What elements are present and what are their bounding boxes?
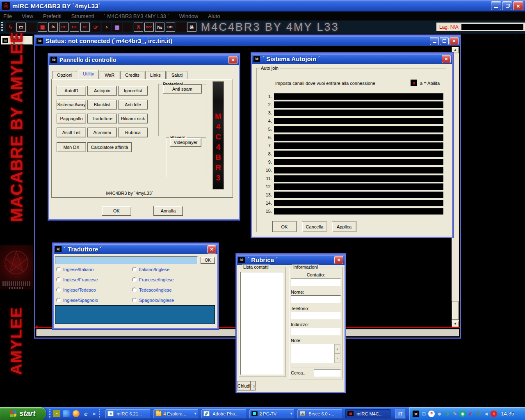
panel-feature-button[interactable]: Rikiami nick (118, 114, 148, 123)
taskbar-task-button[interactable]: Adobe Pho... (201, 409, 247, 419)
channel-input[interactable] (274, 134, 443, 141)
language-indicator[interactable]: IT (395, 409, 406, 419)
script-icon[interactable]: § (134, 23, 143, 32)
messenger-icon[interactable] (63, 410, 70, 417)
autojoin-ok-button[interactable]: OK (272, 221, 297, 232)
panel-feature-button[interactable]: Acronimi (87, 128, 117, 137)
remote-editor-icon[interactable]: CE (59, 23, 68, 32)
status-minimize-button[interactable] (430, 37, 439, 45)
status-titlebar[interactable]: ☠ Status: not connected (`m4c4br3_, irc.… (35, 36, 460, 46)
panel-feature-button[interactable]: Traduttore (87, 114, 117, 123)
users-editor-icon[interactable]: CE (70, 23, 79, 32)
taskbar-grip[interactable] (99, 409, 100, 418)
panel-feature-button[interactable]: AutoID (57, 86, 86, 96)
channel-input[interactable] (274, 192, 443, 198)
taskbar-task-button[interactable]: Bryce 6.0 -... (297, 409, 343, 419)
panel-cancel-button[interactable]: Annulla (153, 206, 183, 216)
status-close-button[interactable]: × (450, 37, 459, 45)
update-blocked-icon[interactable]: ✗ (467, 411, 474, 417)
rubrica-close-button[interactable]: × (334, 256, 343, 264)
status-maximize-button[interactable] (440, 37, 449, 45)
channels-folder-icon[interactable]: ▭ (16, 23, 26, 32)
connect-icon[interactable]: ϟ (6, 23, 15, 32)
menu-item[interactable]: Preferiti (43, 13, 62, 19)
scroll-down-icon[interactable]: ▼ (452, 321, 459, 327)
panel-feature-button[interactable]: AscII List (57, 128, 86, 137)
language-pair-option[interactable]: Inglese/Italiano (56, 264, 98, 274)
language-pair-option[interactable]: Italiano/Inglese (132, 264, 174, 274)
affinity-calculator-button[interactable]: Calcolatore affinità (87, 142, 132, 152)
tab[interactable]: Utility (78, 70, 99, 79)
msn-dx-button[interactable]: Msn DX (57, 142, 86, 152)
translator-close-button[interactable]: × (207, 245, 216, 253)
autojoin-apply-button[interactable]: Applica (332, 221, 356, 232)
blank-icon-2[interactable] (123, 23, 132, 32)
network-status-icon[interactable]: ⊞ (420, 411, 427, 417)
blank-icon-1[interactable] (27, 23, 37, 32)
tab[interactable]: WaR (100, 71, 119, 79)
variables-editor-icon[interactable]: CE (80, 23, 90, 32)
channel-input[interactable] (274, 118, 443, 124)
address-field[interactable] (291, 328, 341, 336)
panel-feature-button[interactable]: Rubrica (118, 128, 148, 137)
autojoin-close-button[interactable]: × (442, 55, 451, 63)
notes-tool-icon[interactable]: ✎ (452, 411, 458, 417)
autojoin-cancel-button[interactable]: Cancella (302, 221, 327, 232)
scroll-down-icon[interactable]: ▼ (334, 354, 340, 363)
channel-input[interactable] (274, 93, 443, 100)
blank-icon-3[interactable] (176, 23, 186, 32)
panel-feature-button[interactable]: Blacklist (87, 100, 117, 110)
autojoin-titlebar[interactable]: ☠ ´ Sistema Autojoin ´ × (252, 54, 452, 64)
channel-input[interactable] (274, 101, 443, 108)
menu-item[interactable]: View (22, 13, 33, 19)
volume-icon[interactable]: ◄ (483, 411, 489, 417)
translator-input[interactable] (55, 256, 198, 264)
close-button[interactable]: × (513, 1, 523, 10)
channel-input[interactable] (274, 110, 443, 116)
taskbar-task-button[interactable]: 2 PC-TV ▼ (249, 409, 295, 419)
language-pair-option[interactable]: Inglese/Tedesco (56, 285, 98, 295)
firefox-icon[interactable] (73, 410, 80, 417)
menu-item[interactable]: File (3, 13, 12, 19)
taskbar-grip[interactable] (49, 409, 50, 418)
language-pair-option[interactable]: Inglese/Spagnolo (56, 295, 98, 305)
panel-feature-button[interactable]: Anti Idle (118, 100, 148, 110)
tab[interactable]: Saluti (167, 71, 188, 79)
channel-input[interactable] (274, 183, 443, 190)
player-button[interactable]: Videoplayer (170, 138, 201, 147)
panel-ok-button[interactable]: OK (102, 206, 131, 216)
clock-launcher-icon[interactable]: ◔ (53, 410, 60, 417)
url-list-icon[interactable]: URL (166, 23, 175, 32)
contact-field[interactable] (291, 278, 341, 286)
globe-icon[interactable]: ⊕ (444, 411, 450, 417)
scroll-up-icon[interactable]: ▲ (334, 344, 340, 354)
translator-titlebar[interactable]: ☠ ´ Traduttore ´ × (54, 244, 217, 254)
channel-input[interactable] (274, 200, 443, 206)
switchbar-status-button[interactable]: ☠ Status `m... (1, 36, 33, 45)
panel-feature-button[interactable]: Sistema Away (57, 100, 86, 110)
internet-explorer-icon[interactable]: e (82, 410, 89, 417)
taskbar-task-button[interactable]: ☠ mIRC M4C... (345, 409, 391, 419)
antispyware-icon[interactable]: Ⓢ (475, 411, 482, 417)
panel-feature-button[interactable]: Autojoin (87, 86, 117, 96)
rubrica-titlebar[interactable]: ☠ ´ Rubrica ´ × (237, 255, 345, 265)
phone-field[interactable] (291, 312, 341, 320)
search-input[interactable] (314, 369, 341, 377)
panel-feature-button[interactable]: Ignorelist (118, 86, 148, 96)
toolbar-grip[interactable] (1, 22, 3, 32)
aliases-icon[interactable]: /a (48, 23, 58, 32)
antivirus-umbrella-icon[interactable]: ☂ (428, 411, 435, 417)
channel-input[interactable] (274, 126, 443, 132)
panel-feature-button[interactable]: Pappagallo (57, 114, 86, 123)
language-pair-option[interactable]: Francese/Inglese (132, 274, 174, 285)
protection-button[interactable]: Anti spam (163, 84, 202, 94)
language-pair-option[interactable]: Tedesco/Inglese (132, 285, 174, 295)
contacts-listbox[interactable] (240, 272, 284, 375)
menu-item[interactable]: Aiuto (208, 13, 220, 19)
calendar-icon[interactable]: ▦ (38, 23, 47, 32)
channel-input[interactable] (274, 208, 443, 215)
panel-titlebar[interactable]: ☠ Pannello di controllo × (49, 55, 239, 65)
taskbar-task-button[interactable]: e mIRC 6.21... (105, 409, 151, 419)
rubrica-action-button[interactable]: Chiudi (237, 381, 251, 390)
start-button[interactable]: start (0, 407, 46, 420)
